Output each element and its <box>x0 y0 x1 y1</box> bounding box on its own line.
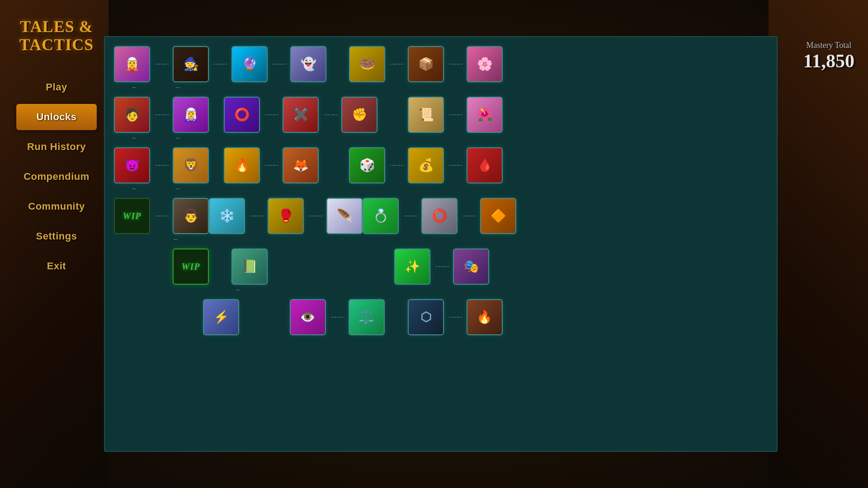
node-wip-1[interactable]: WIP <box>114 198 150 234</box>
node-ring-silver[interactable]: ⭕ <box>421 198 458 234</box>
vchain-row-5-6: ⁞ <box>114 289 503 297</box>
chain-h: ⋯⋯⋯ <box>430 265 453 268</box>
node-purple-circle[interactable]: ⭕ <box>224 97 260 133</box>
grid-row-2: 🧑 ⋯⋯⋯ 🧝‍♀️ ⭕ ⋯⋯⋯ ✖️ ⋯⋯⋯ <box>114 97 503 133</box>
chain-h: ⋯⋯⋯ <box>385 164 408 167</box>
grid-row-3: 😈 ⋯⋯⋯ 🦁 🔥 ⋯⋯⋯ 🦊 <box>114 147 503 183</box>
node-gold-pile[interactable]: 💰 <box>408 147 444 183</box>
node-cut-ring[interactable]: 🔶 <box>480 198 516 234</box>
node-char-beard[interactable]: 👨 <box>173 198 209 234</box>
chain-h: ⋯⋯⋯ <box>399 214 421 218</box>
node-book[interactable]: 📗 <box>231 249 268 285</box>
node-ring-green[interactable]: 💍 <box>363 198 399 234</box>
chain-h: ⋯⋯⋯ <box>458 214 480 218</box>
chain-h: ⋯⋯⋯ <box>150 164 173 167</box>
chain-h: ⋯⋯⋯ <box>268 62 290 66</box>
node-char-lion[interactable]: 🦁 <box>173 147 209 183</box>
node-chest[interactable]: 📦 <box>408 46 444 82</box>
node-ice-orb[interactable]: ❄️ <box>209 198 245 234</box>
chain-h: ⋯⋯⋯ <box>260 164 283 167</box>
nav-community[interactable]: Community <box>16 193 97 220</box>
app-logo: TALES & TACTICS <box>19 18 94 54</box>
chain-h: ⋯⋯⋯ <box>319 113 341 117</box>
node-x-item[interactable]: ✖️ <box>283 97 319 133</box>
node-scales[interactable]: ⚖️ <box>349 299 385 335</box>
node-char-dark[interactable]: 🧙 <box>173 46 209 82</box>
node-char-red[interactable]: 🧑 <box>114 97 150 133</box>
vchain-row-3-4: ⁞ ⁞ <box>114 188 503 196</box>
bg-right-decoration <box>769 0 868 488</box>
grid-scroll-container[interactable]: 🧝 ⋯⋯⋯ 🧙 ⋯⋯⋯ 🔮 ⋯⋯⋯ 👻 <box>105 37 777 451</box>
node-feather[interactable]: 🪶 <box>326 198 363 234</box>
chain-h: ⋯⋯⋯ <box>326 315 349 319</box>
node-pink-item[interactable]: 🌺 <box>467 97 503 133</box>
node-fireball[interactable]: 🔥 <box>224 147 260 183</box>
node-ghost[interactable]: 👻 <box>290 46 326 82</box>
node-ring-gold[interactable]: 🍩 <box>349 46 385 82</box>
mastery-value: 11,850 <box>803 50 854 72</box>
chain-h: ⋯⋯⋯ <box>444 164 467 167</box>
nav-exit[interactable]: Exit <box>16 253 97 279</box>
vchain-row-2-3: ⁞ ⁞ <box>114 137 503 145</box>
nav-unlocks[interactable]: Unlocks <box>16 104 97 130</box>
grid-row-5: WIP 📗 ✨ ⋯⋯⋯ 🎭 <box>114 249 503 285</box>
chain-h: ⋯⋯⋯ <box>385 62 408 66</box>
node-char-violet[interactable]: 🧝‍♀️ <box>173 97 209 133</box>
grid-row-1: 🧝 ⋯⋯⋯ 🧙 ⋯⋯⋯ 🔮 ⋯⋯⋯ 👻 <box>114 46 503 82</box>
node-scroll[interactable]: 📜 <box>408 97 444 133</box>
node-hex2[interactable]: 🔥 <box>467 299 503 335</box>
node-glove[interactable]: 🥊 <box>268 198 304 234</box>
grid-row-4: WIP ⋯⋯⋯ 👨 ❄️ ⋯⋯⋯ 🥊 ⋯⋯⋯ <box>114 198 503 234</box>
node-slash[interactable]: ⚡ <box>203 299 239 335</box>
vchain-row-1-2: ⁞ ⁞ <box>114 87 503 95</box>
chain-h: ⋯⋯⋯ <box>209 62 231 66</box>
sidebar: TALES & TACTICS Play Unlocks Run History… <box>9 0 104 488</box>
nav-play[interactable]: Play <box>16 74 97 100</box>
node-masked[interactable]: 🎭 <box>453 249 489 285</box>
chain-h: ⋯⋯⋯ <box>150 214 173 218</box>
node-hex[interactable]: ⬡ <box>408 299 444 335</box>
node-eye[interactable]: 👁️ <box>290 299 326 335</box>
nav-run-history[interactable]: Run History <box>16 134 97 160</box>
chain-h: ⋯⋯⋯ <box>150 113 173 117</box>
main-content-area: 🧝 ⋯⋯⋯ 🧙 ⋯⋯⋯ 🔮 ⋯⋯⋯ 👻 <box>104 36 778 452</box>
node-red-item[interactable]: 🩸 <box>467 147 503 183</box>
node-dice[interactable]: 🎲 <box>349 147 385 183</box>
node-orb[interactable]: 🔮 <box>231 46 268 82</box>
mastery-label: Mastery Total <box>803 41 854 50</box>
chain-h: ⋯⋯⋯ <box>245 214 268 218</box>
chain-h: ⋯⋯⋯ <box>444 113 467 117</box>
node-flower[interactable]: 🌸 <box>467 46 503 82</box>
vchain-row-4-5: ⁞ <box>114 239 503 247</box>
chain-h: ⋯⋯⋯ <box>150 62 173 66</box>
nav-settings[interactable]: Settings <box>16 223 97 249</box>
chain-h: ⋯⋯⋯ <box>444 315 467 319</box>
grid-row-6: ⚡ 👁️ ⋯⋯⋯ ⚖️ ⬡ ⋯⋯⋯ <box>114 299 503 335</box>
chain-h: ⋯⋯⋯ <box>260 113 283 117</box>
node-char-demon[interactable]: 😈 <box>114 147 150 183</box>
unlock-grid: 🧝 ⋯⋯⋯ 🧙 ⋯⋯⋯ 🔮 ⋯⋯⋯ 👻 <box>105 37 512 451</box>
node-lion-roar[interactable]: 🦊 <box>283 147 319 183</box>
nav-compendium[interactable]: Compendium <box>16 164 97 190</box>
logo-area: TALES & TACTICS <box>16 9 97 63</box>
node-green-star[interactable]: ✨ <box>394 249 430 285</box>
node-char-pink[interactable]: 🧝 <box>114 46 150 82</box>
node-wip-2[interactable]: WIP <box>173 249 209 285</box>
node-hand[interactable]: ✊ <box>341 97 377 133</box>
chain-h: ⋯⋯⋯ <box>304 214 326 218</box>
mastery-area: Mastery Total 11,850 <box>803 41 854 72</box>
chain-h: ⋯⋯⋯ <box>444 62 467 66</box>
